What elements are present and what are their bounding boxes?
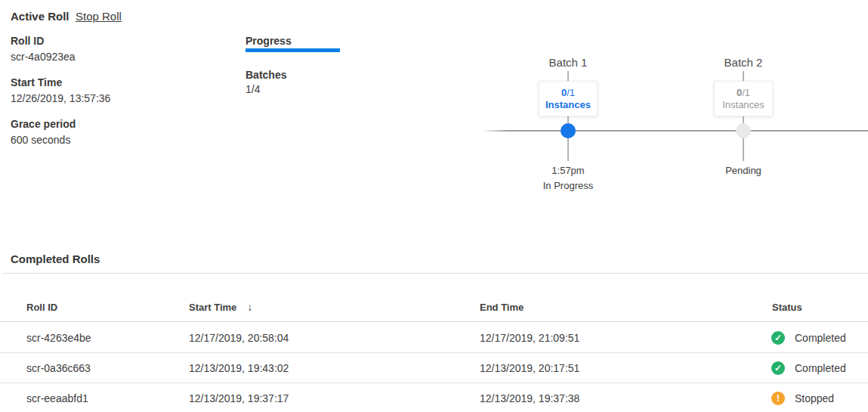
column-header-roll-id: Roll ID <box>26 302 57 313</box>
timeline-track <box>481 130 868 132</box>
cell-end-time: 12/13/2019, 20:17:51 <box>480 353 579 383</box>
batch-1-instance-count: 0/1 <box>561 87 575 99</box>
table-header-row: Roll ID Start Time↓ End Time Status <box>0 292 868 322</box>
batch-2-marker-dot <box>736 123 751 138</box>
batch-1-title: Batch 1 <box>515 56 621 69</box>
batches-label: Batches <box>246 69 286 81</box>
batch-1-instances-label: Instances <box>545 99 591 111</box>
batch-1-instances-card[interactable]: 0/1 Instances <box>539 81 598 116</box>
column-header-end-time: End Time <box>480 302 524 313</box>
batch-2-time-label: Pending <box>690 165 796 176</box>
batch-2-instances-card[interactable]: 0/1 Instances <box>714 81 773 116</box>
roll-id-field: Roll ID scr-4a0923ea <box>11 35 76 63</box>
table-row[interactable]: scr-4263e4be 12/17/2019, 20:58:04 12/17/… <box>0 323 868 353</box>
grace-period-label: Grace period <box>11 118 76 130</box>
alert-circle-icon: ! <box>771 392 785 405</box>
start-time-value: 12/26/2019, 13:57:36 <box>11 92 110 104</box>
batch-1-marker-dot <box>561 123 576 138</box>
roll-id-label: Roll ID <box>11 35 76 47</box>
status-label: Completed <box>795 323 846 353</box>
check-circle-icon: ✓ <box>771 331 785 345</box>
stop-roll-link[interactable]: Stop Roll <box>76 10 122 23</box>
roll-id-value: scr-4a0923ea <box>11 51 76 63</box>
status-label: Stopped <box>795 383 834 412</box>
batch-1-time-label: 1:57pm <box>515 165 621 176</box>
grace-period-field: Grace period 600 seconds <box>11 118 76 146</box>
batch-2-instance-count: 0/1 <box>737 87 750 99</box>
batch-2-instances-label: Instances <box>722 99 765 111</box>
cell-status: ✓ Completed <box>771 353 846 383</box>
cell-roll-id: scr-eeaabfd1 <box>26 383 88 412</box>
active-roll-title: Active Roll <box>11 10 70 23</box>
grace-period-value: 600 seconds <box>11 134 76 146</box>
cell-end-time: 12/13/2019, 19:37:38 <box>480 383 579 412</box>
batches-value: 1/4 <box>246 83 260 95</box>
cell-roll-id: scr-4263e4be <box>26 323 91 353</box>
progress-label: Progress <box>246 35 292 47</box>
start-time-label: Start Time <box>11 76 110 88</box>
batch-2-title: Batch 2 <box>690 56 796 69</box>
section-divider <box>3 273 868 274</box>
table-row[interactable]: scr-0a36c663 12/13/2019, 19:43:02 12/13/… <box>0 353 868 383</box>
rolls-page: Active Roll Stop Roll Roll ID scr-4a0923… <box>0 0 868 412</box>
table-row[interactable]: scr-eeaabfd1 12/13/2019, 19:37:17 12/13/… <box>0 383 868 412</box>
progress-bar <box>246 48 340 52</box>
cell-start-time: 12/13/2019, 19:43:02 <box>189 353 289 383</box>
cell-status: ! Stopped <box>771 383 834 412</box>
completed-rolls-title: Completed Rolls <box>11 252 100 265</box>
column-header-start-time[interactable]: Start Time↓ <box>189 301 252 313</box>
cell-start-time: 12/13/2019, 19:37:17 <box>189 383 289 412</box>
start-time-field: Start Time 12/26/2019, 13:57:36 <box>11 76 110 104</box>
batch-1-status-label: In Progress <box>515 180 621 191</box>
cell-status: ✓ Completed <box>771 323 846 353</box>
column-header-status: Status <box>772 302 802 313</box>
cell-end-time: 12/17/2019, 21:09:51 <box>480 323 579 353</box>
check-circle-icon: ✓ <box>771 361 785 375</box>
batch-2-tick <box>743 71 744 81</box>
cell-start-time: 12/17/2019, 20:58:04 <box>189 323 289 353</box>
batch-1-tick <box>567 71 569 81</box>
sort-descending-icon[interactable]: ↓ <box>247 301 252 313</box>
status-label: Completed <box>795 353 846 383</box>
cell-roll-id: scr-0a36c663 <box>26 353 91 383</box>
